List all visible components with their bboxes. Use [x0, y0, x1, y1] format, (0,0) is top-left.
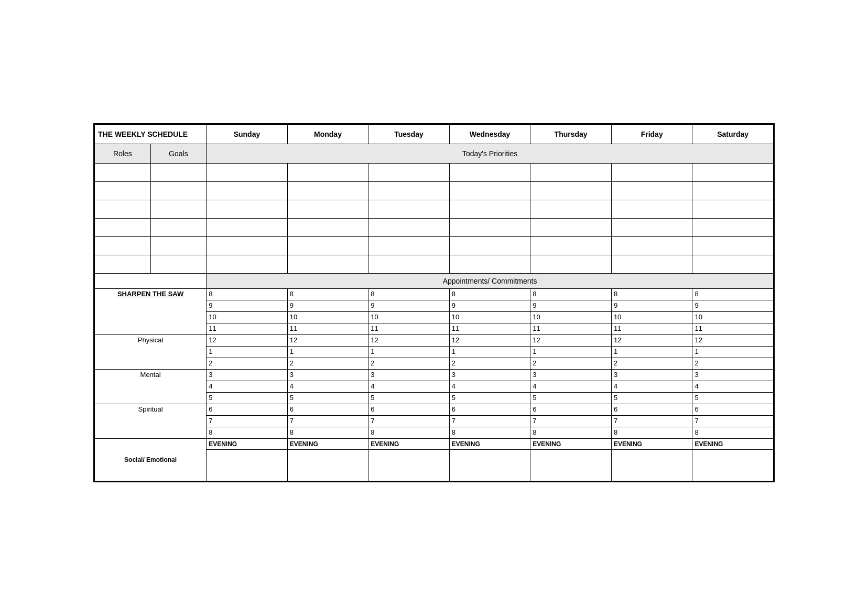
- monday-priority-3[interactable]: [287, 200, 368, 218]
- wednesday-5[interactable]: 5: [449, 392, 530, 404]
- monday-10[interactable]: 10: [287, 311, 368, 323]
- saturday-2[interactable]: 2: [692, 358, 774, 369]
- tuesday-12[interactable]: 12: [368, 334, 450, 346]
- wednesday-3[interactable]: 3: [449, 369, 530, 381]
- saturday-priority-3[interactable]: [692, 200, 774, 218]
- sunday-priority-4[interactable]: [207, 218, 288, 236]
- goal-6[interactable]: [150, 255, 207, 273]
- monday-evening-label[interactable]: EVENING: [287, 438, 368, 449]
- thursday-7[interactable]: 7: [530, 415, 612, 427]
- wednesday-10[interactable]: 10: [449, 311, 530, 323]
- thursday-8[interactable]: 8: [530, 288, 612, 300]
- monday-2[interactable]: 2: [287, 358, 368, 369]
- friday-4[interactable]: 4: [611, 381, 692, 392]
- tuesday-priority-4[interactable]: [368, 218, 450, 236]
- thursday-priority-5[interactable]: [530, 236, 612, 255]
- saturday-evening-label[interactable]: EVENING: [692, 438, 774, 449]
- friday-priority-5[interactable]: [611, 236, 692, 255]
- friday-2[interactable]: 2: [611, 358, 692, 369]
- saturday-6[interactable]: 6: [692, 404, 774, 415]
- goal-1[interactable]: [150, 163, 207, 181]
- wednesday-priority-2[interactable]: [449, 181, 530, 200]
- monday-8[interactable]: 8: [287, 288, 368, 300]
- tuesday-1[interactable]: 1: [368, 346, 450, 358]
- thursday-1[interactable]: 1: [530, 346, 612, 358]
- wednesday-evening-label[interactable]: EVENING: [449, 438, 530, 449]
- saturday-10[interactable]: 10: [692, 311, 774, 323]
- tuesday-10[interactable]: 10: [368, 311, 450, 323]
- thursday-8b[interactable]: 8: [530, 427, 612, 438]
- sunday-12[interactable]: 12: [207, 334, 288, 346]
- sunday-10[interactable]: 10: [207, 311, 288, 323]
- sunday-8b[interactable]: 8: [207, 427, 288, 438]
- monday-3[interactable]: 3: [287, 369, 368, 381]
- goal-4[interactable]: [150, 218, 207, 236]
- sunday-8[interactable]: 8: [207, 288, 288, 300]
- sunday-4[interactable]: 4: [207, 381, 288, 392]
- tuesday-5[interactable]: 5: [368, 392, 450, 404]
- monday-6[interactable]: 6: [287, 404, 368, 415]
- sunday-6[interactable]: 6: [207, 404, 288, 415]
- tuesday-evening-label[interactable]: EVENING: [368, 438, 450, 449]
- friday-evening-label[interactable]: EVENING: [611, 438, 692, 449]
- goal-5[interactable]: [150, 236, 207, 255]
- wednesday-7[interactable]: 7: [449, 415, 530, 427]
- friday-priority-2[interactable]: [611, 181, 692, 200]
- thursday-5[interactable]: 5: [530, 392, 612, 404]
- sunday-priority-6[interactable]: [207, 255, 288, 273]
- saturday-5[interactable]: 5: [692, 392, 774, 404]
- monday-priority-6[interactable]: [287, 255, 368, 273]
- role-4[interactable]: [95, 218, 151, 236]
- thursday-priority-4[interactable]: [530, 218, 612, 236]
- role-6[interactable]: [95, 255, 151, 273]
- saturday-priority-4[interactable]: [692, 218, 774, 236]
- thursday-10[interactable]: 10: [530, 311, 612, 323]
- monday-priority-4[interactable]: [287, 218, 368, 236]
- wednesday-priority-6[interactable]: [449, 255, 530, 273]
- thursday-2[interactable]: 2: [530, 358, 612, 369]
- wednesday-4[interactable]: 4: [449, 381, 530, 392]
- saturday-1[interactable]: 1: [692, 346, 774, 358]
- goal-3[interactable]: [150, 200, 207, 218]
- monday-8b[interactable]: 8: [287, 427, 368, 438]
- role-5[interactable]: [95, 236, 151, 255]
- tuesday-priority-5[interactable]: [368, 236, 450, 255]
- monday-12[interactable]: 12: [287, 334, 368, 346]
- monday-priority-1[interactable]: [287, 163, 368, 181]
- sunday-priority-5[interactable]: [207, 236, 288, 255]
- thursday-priority-1[interactable]: [530, 163, 612, 181]
- saturday-11[interactable]: 11: [692, 323, 774, 334]
- thursday-11[interactable]: 11: [530, 323, 612, 334]
- sunday-7[interactable]: 7: [207, 415, 288, 427]
- tuesday-11[interactable]: 11: [368, 323, 450, 334]
- sunday-2[interactable]: 2: [207, 358, 288, 369]
- role-3[interactable]: [95, 200, 151, 218]
- friday-8b[interactable]: 8: [611, 427, 692, 438]
- thursday-6[interactable]: 6: [530, 404, 612, 415]
- monday-4[interactable]: 4: [287, 381, 368, 392]
- friday-8[interactable]: 8: [611, 288, 692, 300]
- friday-evening-content[interactable]: [611, 449, 692, 481]
- saturday-priority-5[interactable]: [692, 236, 774, 255]
- wednesday-8b[interactable]: 8: [449, 427, 530, 438]
- thursday-priority-2[interactable]: [530, 181, 612, 200]
- sunday-priority-3[interactable]: [207, 200, 288, 218]
- friday-5[interactable]: 5: [611, 392, 692, 404]
- friday-1[interactable]: 1: [611, 346, 692, 358]
- wednesday-6[interactable]: 6: [449, 404, 530, 415]
- wednesday-priority-1[interactable]: [449, 163, 530, 181]
- wednesday-evening-content[interactable]: [449, 449, 530, 481]
- wednesday-9[interactable]: 9: [449, 300, 530, 311]
- tuesday-4[interactable]: 4: [368, 381, 450, 392]
- wednesday-priority-4[interactable]: [449, 218, 530, 236]
- friday-7[interactable]: 7: [611, 415, 692, 427]
- friday-priority-3[interactable]: [611, 200, 692, 218]
- thursday-evening-label[interactable]: EVENING: [530, 438, 612, 449]
- sunday-9[interactable]: 9: [207, 300, 288, 311]
- tuesday-priority-1[interactable]: [368, 163, 450, 181]
- tuesday-8b[interactable]: 8: [368, 427, 450, 438]
- tuesday-6[interactable]: 6: [368, 404, 450, 415]
- wednesday-11[interactable]: 11: [449, 323, 530, 334]
- role-1[interactable]: [95, 163, 151, 181]
- sunday-evening-label[interactable]: EVENING: [207, 438, 288, 449]
